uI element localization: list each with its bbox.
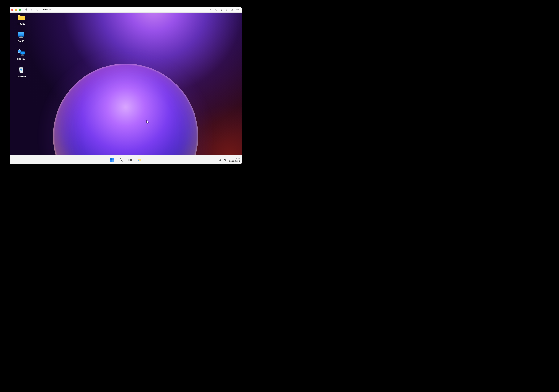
pip-icon[interactable]: [235, 8, 240, 12]
svg-rect-26: [138, 160, 139, 161]
svg-rect-20: [110, 160, 112, 161]
system-tray: 19:30 20/09/2023: [212, 157, 240, 163]
svg-rect-16: [21, 55, 24, 56]
svg-rect-11: [20, 36, 22, 37]
desktop-icon-label: Ce PC: [18, 40, 24, 43]
vm-window: Windows: [9, 7, 242, 164]
brightness-icon[interactable]: [208, 8, 214, 12]
chevron-up-icon: [213, 159, 215, 161]
taskbar: 19:30 20/09/2023: [9, 155, 242, 164]
task-view-icon: [128, 158, 132, 162]
close-window-button[interactable]: [11, 9, 13, 11]
show-hidden-icons-button[interactable]: [212, 158, 216, 162]
svg-rect-24: [129, 159, 130, 161]
svg-rect-14: [20, 52, 25, 54]
svg-rect-18: [110, 158, 112, 160]
wallpaper-orb: [53, 64, 198, 164]
guest-desktop[interactable]: Nicolas Ce PC: [9, 13, 242, 164]
search-icon: [119, 158, 123, 162]
desktop-icon-user-folder[interactable]: Nicolas: [13, 14, 30, 25]
back-button[interactable]: [34, 8, 40, 12]
desktop-icon-label: Nicolas: [17, 23, 25, 25]
file-explorer-button[interactable]: [136, 157, 143, 163]
svg-rect-6: [237, 9, 238, 10]
svg-rect-2: [221, 9, 222, 11]
svg-rect-21: [112, 160, 114, 161]
svg-rect-19: [112, 158, 114, 160]
recycle-bin-icon: [17, 66, 25, 74]
svg-rect-27: [219, 159, 221, 160]
svg-rect-9: [18, 32, 24, 36]
power-button[interactable]: [24, 8, 29, 12]
zoom-window-button[interactable]: [19, 9, 21, 11]
svg-point-0: [210, 9, 211, 10]
tray-network-icon[interactable]: [218, 158, 221, 162]
settings-icon[interactable]: [224, 8, 230, 12]
desktop-icon-recycle-bin[interactable]: Corbeille: [13, 66, 30, 78]
svg-rect-15: [22, 54, 23, 55]
svg-point-3: [226, 9, 228, 11]
clock-time: 19:30: [229, 157, 240, 160]
svg-rect-12: [19, 37, 23, 38]
desktop-icons: Nicolas Ce PC: [13, 14, 30, 78]
taskbar-center: [108, 157, 143, 163]
desktop-icon-network[interactable]: Réseau: [13, 49, 30, 60]
file-explorer-icon: [137, 158, 142, 162]
search-button[interactable]: [118, 157, 124, 163]
clock-date: 20/09/2023: [229, 160, 240, 163]
taskbar-clock[interactable]: 19:30 20/09/2023: [229, 157, 240, 163]
shared-folder-icon[interactable]: [230, 8, 235, 12]
desktop-icon-label: Réseau: [17, 58, 25, 60]
task-view-button[interactable]: [127, 157, 134, 163]
desktop-icon-label: Corbeille: [17, 75, 26, 78]
desktop-icon-this-pc[interactable]: Ce PC: [13, 31, 30, 43]
svg-point-17: [19, 67, 23, 68]
network-icon: [17, 49, 25, 56]
folder-icon: [17, 14, 25, 21]
windows-logo-icon: [110, 158, 114, 162]
start-button[interactable]: [108, 157, 115, 163]
mac-traffic-lights[interactable]: [11, 9, 21, 11]
tray-volume-icon[interactable]: [223, 158, 226, 162]
expand-icon[interactable]: [214, 8, 219, 12]
monitor-icon: [17, 31, 25, 39]
minimize-window-button[interactable]: [15, 9, 17, 11]
pause-button[interactable]: [29, 8, 34, 12]
svg-point-4: [226, 9, 227, 10]
host-window-title: Windows: [41, 8, 51, 11]
usb-icon[interactable]: [219, 8, 224, 12]
host-titlebar: Windows: [9, 7, 242, 13]
